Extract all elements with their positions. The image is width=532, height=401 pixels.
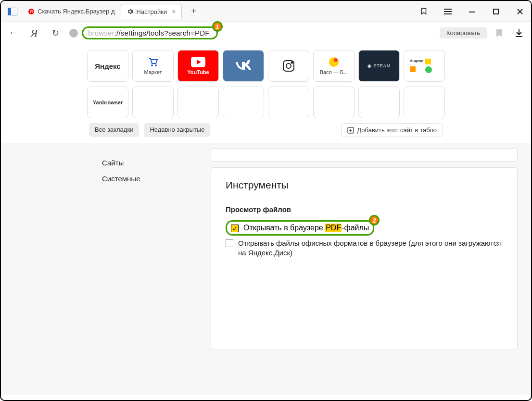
checkbox-open-pdf[interactable]: ✓ xyxy=(231,225,239,232)
tile-misc[interactable]: Яндекс xyxy=(404,50,445,82)
new-tab-button[interactable]: + xyxy=(186,4,201,19)
reader-icon[interactable] xyxy=(417,4,431,19)
tile-steam[interactable]: ◉ STEAM xyxy=(358,50,400,82)
tab-strip: Я Скачать Яндекс.Браузер д Настройки × + xyxy=(22,4,201,19)
settings-main: Инструменты Просмотр файлов ✓ Открывать … xyxy=(198,143,531,395)
tab-label: Настройки xyxy=(137,8,167,15)
checkbox-open-office[interactable] xyxy=(226,239,233,247)
tile-market[interactable]: Маркет xyxy=(132,50,174,82)
tile-empty[interactable] xyxy=(223,87,264,118)
svg-point-11 xyxy=(151,64,153,66)
titlebar: Я Скачать Яндекс.Браузер д Настройки × + xyxy=(1,1,531,22)
yandex-fav-icon: Я xyxy=(28,8,35,15)
panel-prev xyxy=(211,148,518,162)
speed-dial: Яндекс Маркет YouTube Вася — Б... ◉ STEA… xyxy=(1,44,531,143)
tile-yadisk[interactable]: Вася — Б... xyxy=(313,50,355,82)
url-scheme: browser xyxy=(88,29,114,37)
tile-yanbrowser[interactable]: Yanbrowser xyxy=(87,87,128,118)
settings-content: Сайты Системные Инструменты Просмотр фай… xyxy=(1,143,531,395)
svg-rect-1 xyxy=(8,8,11,15)
tab-item-active[interactable]: Настройки × xyxy=(121,4,182,19)
sidebar-item-system[interactable]: Системные xyxy=(102,171,198,187)
all-bookmarks-button[interactable]: Все закладки xyxy=(89,123,139,137)
settings-sidebar: Сайты Системные xyxy=(1,143,198,395)
svg-point-18 xyxy=(334,58,338,62)
annotation-badge-2: 2 xyxy=(369,215,380,226)
copy-button[interactable]: Копировать xyxy=(440,27,487,38)
group-title: Просмотр файлов xyxy=(226,205,503,213)
site-identity-icon[interactable] xyxy=(69,29,78,38)
tile-empty[interactable] xyxy=(358,87,400,118)
yandex-home-icon[interactable]: Я xyxy=(27,26,41,40)
svg-text:Я: Я xyxy=(30,9,33,14)
minimize-button[interactable] xyxy=(465,4,479,19)
tile-empty[interactable] xyxy=(268,87,309,118)
close-icon[interactable]: × xyxy=(172,8,176,15)
svg-point-15 xyxy=(286,63,291,68)
tile-instagram[interactable] xyxy=(268,50,309,82)
menu-icon[interactable] xyxy=(441,4,455,19)
svg-point-12 xyxy=(155,64,157,66)
tile-empty[interactable] xyxy=(177,87,219,118)
url-path: ://settings/tools?search=PDF xyxy=(114,29,210,37)
window-controls xyxy=(417,4,527,19)
svg-rect-8 xyxy=(494,9,498,14)
tile-yandex[interactable]: Яндекс xyxy=(87,50,128,82)
gear-icon xyxy=(127,8,134,15)
tools-panel: Инструменты Просмотр файлов ✓ Открывать … xyxy=(211,167,518,350)
option-label: Открывать файлы офисных форматов в брауз… xyxy=(238,238,503,258)
tab-label: Скачать Яндекс.Браузер д xyxy=(38,8,115,15)
tile-vk[interactable] xyxy=(223,50,264,82)
address-bar: ← Я ↻ browser://settings/tools?search=PD… xyxy=(1,22,531,44)
downloads-icon[interactable] xyxy=(512,26,526,40)
option-row: Открывать файлы офисных форматов в брауз… xyxy=(226,238,503,258)
maximize-button[interactable] xyxy=(489,4,503,19)
svg-point-17 xyxy=(329,57,339,67)
option-label: Открывать в браузере PDF-файлы xyxy=(243,224,369,232)
recently-closed-button[interactable]: Недавно закрытые xyxy=(144,123,210,137)
tile-empty[interactable] xyxy=(404,87,445,118)
tile-youtube[interactable]: YouTube xyxy=(177,50,219,82)
annotation-badge-1: 1 xyxy=(212,21,223,32)
close-window-button[interactable] xyxy=(513,4,527,19)
url-field-wrap: browser://settings/tools?search=PDF 1 xyxy=(69,26,218,39)
tile-empty[interactable] xyxy=(132,87,174,118)
tile-row: Яндекс Маркет YouTube Вася — Б... ◉ STEA… xyxy=(87,50,445,82)
sidebar-toggle-icon[interactable] xyxy=(5,4,20,19)
tile-empty[interactable] xyxy=(313,87,355,118)
add-to-dial-button[interactable]: Добавить этот сайт в табло xyxy=(341,123,443,137)
sidebar-item-sites[interactable]: Сайты xyxy=(102,155,198,171)
svg-point-16 xyxy=(291,62,293,63)
url-input[interactable]: browser://settings/tools?search=PDF xyxy=(82,26,218,39)
panel-title: Инструменты xyxy=(226,179,503,191)
dial-footer: Все закладки Недавно закрытые Добавить э… xyxy=(89,123,443,137)
search-highlight: PDF xyxy=(325,224,342,232)
tile-row: Yanbrowser xyxy=(87,87,445,118)
reload-button[interactable]: ↻ xyxy=(48,26,63,40)
back-button[interactable]: ← xyxy=(6,26,20,40)
option-highlighted: ✓ Открывать в браузере PDF-файлы 2 xyxy=(226,220,374,236)
tab-item[interactable]: Я Скачать Яндекс.Браузер д xyxy=(22,4,121,19)
bookmark-icon[interactable] xyxy=(495,28,503,38)
